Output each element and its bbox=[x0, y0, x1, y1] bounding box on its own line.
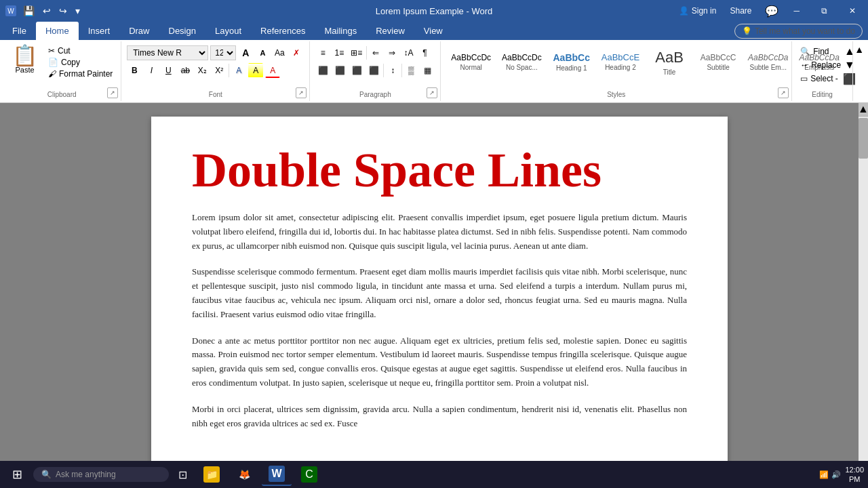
format-painter-button[interactable]: 🖌 Format Painter bbox=[45, 68, 115, 79]
style-heading1[interactable]: AaBbCc Heading 1 bbox=[548, 49, 595, 75]
paragraph-launcher[interactable]: ↗ bbox=[427, 87, 437, 98]
editing-group-label: Editing bbox=[812, 91, 833, 98]
numbering-button[interactable]: 1≡ bbox=[332, 45, 347, 60]
undo-quick-btn[interactable]: ↩ bbox=[40, 4, 54, 18]
start-button[interactable]: ⊞ bbox=[4, 463, 31, 486]
close-button[interactable]: ✕ bbox=[842, 0, 863, 22]
cortana-taskbar[interactable]: C bbox=[294, 463, 324, 486]
font-color-button[interactable]: A bbox=[265, 63, 280, 78]
bold-button[interactable]: B bbox=[127, 63, 142, 78]
replace-button[interactable]: ↔ Replace bbox=[797, 59, 844, 71]
tell-me-input[interactable]: 💡 Tell me what you want to do bbox=[734, 24, 863, 39]
copy-button[interactable]: 📄 Copy bbox=[45, 57, 115, 68]
firefox-taskbar[interactable]: 🦊 bbox=[229, 463, 259, 486]
tab-mailings[interactable]: Mailings bbox=[315, 22, 367, 40]
scroll-up-button[interactable]: ▲ bbox=[859, 103, 868, 117]
style-subtle-emphasis[interactable]: AaBbCcDa Subtle Em... bbox=[743, 50, 793, 73]
comment-icon[interactable]: 💬 bbox=[765, 5, 778, 18]
clock[interactable]: 12:00 PM bbox=[845, 465, 864, 485]
align-right-button[interactable]: ⬛ bbox=[349, 63, 365, 78]
style-normal[interactable]: AaBbCcDc Normal bbox=[446, 50, 496, 73]
underline-button[interactable]: U bbox=[161, 63, 176, 78]
tab-review[interactable]: Review bbox=[366, 22, 414, 40]
align-left-button[interactable]: ⬛ bbox=[315, 63, 331, 78]
align-center-button[interactable]: ⬛ bbox=[332, 63, 348, 78]
volume-icon[interactable]: 🔊 bbox=[831, 470, 841, 479]
cut-icon: ✂ bbox=[48, 46, 55, 56]
style-no-space[interactable]: AaBbCcDc No Spac... bbox=[497, 50, 547, 73]
style-title[interactable]: AaB Title bbox=[646, 45, 693, 78]
search-bar[interactable]: 🔍 Ask me anything bbox=[33, 467, 169, 482]
sort-button[interactable]: ↕A bbox=[401, 45, 416, 60]
increase-indent-button[interactable]: ⇒ bbox=[384, 45, 399, 60]
replace-icon: ↔ bbox=[800, 60, 808, 70]
redo-quick-btn[interactable]: ↪ bbox=[56, 4, 70, 18]
borders-button[interactable]: ▦ bbox=[420, 63, 435, 78]
italic-button[interactable]: I bbox=[144, 63, 159, 78]
highlight-button[interactable]: A bbox=[248, 63, 263, 78]
find-button[interactable]: 🔍 Find bbox=[797, 45, 844, 58]
font-launcher[interactable]: ↗ bbox=[296, 87, 307, 98]
clipboard-launcher[interactable]: ↗ bbox=[107, 87, 118, 98]
customize-quick-btn[interactable]: ▾ bbox=[73, 4, 83, 18]
lightbulb-icon: 💡 bbox=[742, 26, 752, 36]
paragraph-group: ≡ 1≡ ⊞≡ ⇐ ⇒ ↕A ¶ ⬛ ⬛ ⬛ ⬛ ↕ ▒ bbox=[310, 41, 441, 101]
change-case-button[interactable]: Aa bbox=[272, 45, 287, 60]
scroll-thumb[interactable] bbox=[859, 118, 868, 159]
network-icon[interactable]: 📶 bbox=[819, 470, 829, 479]
text-effects-button[interactable]: A bbox=[231, 63, 246, 78]
style-heading2[interactable]: AaBbCcE Heading 2 bbox=[597, 49, 644, 73]
window-title: Lorem Ipsum Example - Word bbox=[376, 6, 492, 16]
select-button[interactable]: ▭ Select - bbox=[797, 73, 844, 85]
title-bar-left: W 💾 ↩ ↪ ▾ bbox=[5, 4, 83, 18]
shading-button[interactable]: ▒ bbox=[403, 63, 418, 78]
superscript-button[interactable]: X² bbox=[212, 63, 226, 78]
tab-layout[interactable]: Layout bbox=[205, 22, 251, 40]
line-spacing-button[interactable]: ↕ bbox=[385, 63, 400, 78]
document-body[interactable]: Lorem ipsum dolor sit amet, consectetur … bbox=[192, 211, 687, 430]
minimize-button[interactable]: ─ bbox=[787, 0, 806, 22]
restore-button[interactable]: ⧉ bbox=[814, 0, 834, 22]
tab-insert[interactable]: Insert bbox=[79, 22, 120, 40]
task-view-button[interactable]: ⊡ bbox=[172, 463, 194, 486]
tab-view[interactable]: View bbox=[414, 22, 452, 40]
strikethrough-button[interactable]: ab bbox=[178, 63, 193, 78]
select-icon: ▭ bbox=[800, 74, 808, 83]
multilevel-list-button[interactable]: ⊞≡ bbox=[348, 45, 365, 60]
styles-group: AaBbCcDc Normal AaBbCcDc No Spac... AaBb… bbox=[441, 41, 792, 101]
font-grow-button[interactable]: A bbox=[238, 45, 253, 60]
bullets-button[interactable]: ≡ bbox=[315, 45, 330, 60]
save-quick-btn[interactable]: 💾 bbox=[20, 4, 37, 18]
title-bar-right: 👤 Sign in Share 💬 ─ ⧉ ✕ bbox=[673, 0, 863, 22]
clear-formatting-button[interactable]: ✗ bbox=[289, 45, 304, 60]
editing-group: 🔍 Find ↔ Replace ▭ Select - Editing bbox=[792, 41, 853, 101]
document-scroll[interactable]: Double Space Lines Lorem ipsum dolor sit… bbox=[20, 103, 859, 474]
word-taskbar[interactable]: W bbox=[262, 463, 292, 486]
styles-launcher[interactable]: ↗ bbox=[778, 87, 789, 98]
tab-draw[interactable]: Draw bbox=[119, 22, 159, 40]
font-name-select[interactable]: Times New R bbox=[127, 45, 208, 60]
tab-design[interactable]: Design bbox=[159, 22, 205, 40]
font-shrink-button[interactable]: A bbox=[255, 45, 270, 60]
file-explorer-taskbar[interactable]: 📁 bbox=[197, 463, 226, 486]
paragraph-4: Morbi in orci placerat, ultrices sem dig… bbox=[192, 403, 687, 431]
tab-home[interactable]: Home bbox=[36, 22, 79, 40]
share-label[interactable]: Share bbox=[730, 6, 751, 16]
cut-button[interactable]: ✂ Cut bbox=[45, 45, 115, 56]
show-formatting-button[interactable]: ¶ bbox=[417, 45, 432, 60]
vertical-scrollbar[interactable]: ▲ ▼ bbox=[859, 103, 868, 474]
sign-in-button[interactable]: 👤 Sign in bbox=[673, 4, 722, 18]
scroll-track[interactable] bbox=[859, 117, 868, 461]
collapse-ribbon-button[interactable]: ▲ bbox=[854, 44, 864, 55]
tab-references[interactable]: References bbox=[251, 22, 315, 40]
quick-access-toolbar: 💾 ↩ ↪ ▾ bbox=[20, 4, 83, 18]
taskbar: ⊞ 🔍 Ask me anything ⊡ 📁 🦊 W C 📶 🔊 12:00 … bbox=[0, 461, 868, 488]
decrease-indent-button[interactable]: ⇐ bbox=[368, 45, 383, 60]
justify-button[interactable]: ⬛ bbox=[366, 63, 382, 78]
tab-file[interactable]: File bbox=[3, 22, 36, 40]
style-subtitle[interactable]: AaBbCcC Subtitle bbox=[694, 50, 742, 73]
paste-button[interactable]: 📋 Paste bbox=[8, 43, 41, 77]
font-size-select[interactable]: 12 bbox=[210, 45, 236, 60]
subscript-button[interactable]: X₂ bbox=[195, 63, 210, 78]
format-painter-icon: 🖌 bbox=[48, 69, 56, 79]
